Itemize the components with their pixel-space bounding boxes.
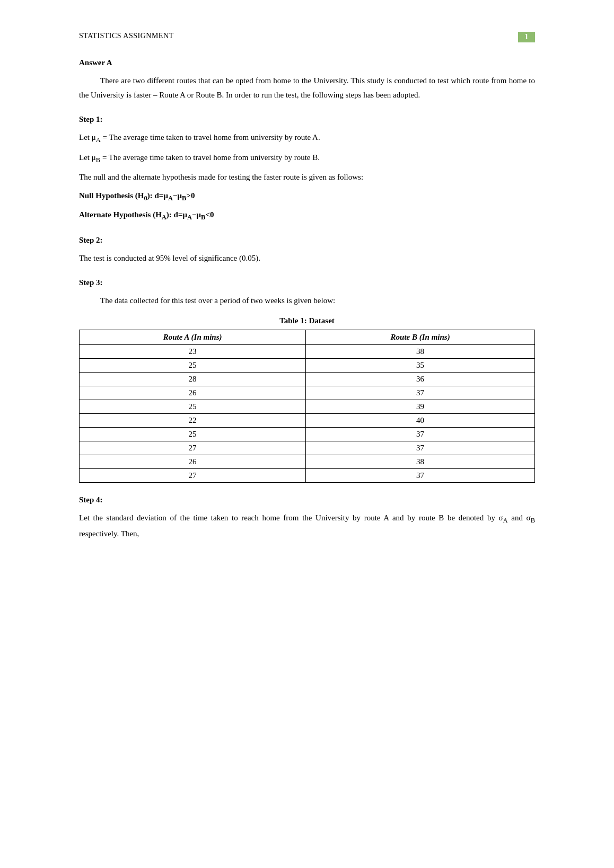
route-a-value: 23: [80, 345, 306, 359]
hypothesis-intro: The null and the alternate hypothesis ma…: [79, 170, 535, 184]
route-b-value: 37: [306, 428, 535, 441]
route-b-value: 37: [306, 441, 535, 455]
route-a-value: 26: [80, 386, 306, 400]
table-row: 2638: [80, 455, 535, 469]
step2-text: The test is conducted at 95% level of si…: [79, 251, 535, 265]
table-row: 2737: [80, 441, 535, 455]
route-b-value: 39: [306, 400, 535, 414]
null-hypothesis-label: Null Hypothesis (H0): d=μA−μB>0: [79, 191, 195, 200]
table-row: 2537: [80, 428, 535, 441]
step1-section: Step 1: Let μA = The average time taken …: [79, 115, 535, 223]
table-row: 2737: [80, 469, 535, 483]
route-a-value: 22: [80, 414, 306, 428]
table-row: 2535: [80, 359, 535, 373]
route-a-value: 25: [80, 400, 306, 414]
route-b-value: 37: [306, 386, 535, 400]
col-b-header: Route B (In mins): [306, 330, 535, 345]
route-a-value: 25: [80, 359, 306, 373]
table-row: 2836: [80, 373, 535, 386]
answer-a-intro: There are two different routes that can …: [79, 74, 535, 102]
document-title: STATISTICS ASSIGNMENT: [79, 32, 174, 40]
step3-intro: The data collected for this test over a …: [79, 294, 535, 308]
ha-subscript: A: [162, 214, 166, 221]
route-a-value: 28: [80, 373, 306, 386]
step2-heading: Step 2:: [79, 236, 535, 245]
alt-hypothesis-label: Alternate Hypothesis (HA): d=μA−μB<0: [79, 210, 214, 219]
step3-section: Step 3: The data collected for this test…: [79, 278, 535, 483]
mu-a-definition: Let μA = The average time taken to trave…: [79, 130, 535, 146]
step1-heading: Step 1:: [79, 115, 535, 124]
step4-heading: Step 4:: [79, 495, 535, 504]
step2-section: Step 2: The test is conducted at 95% lev…: [79, 236, 535, 265]
route-b-value: 36: [306, 373, 535, 386]
table-row: 2637: [80, 386, 535, 400]
step3-heading: Step 3:: [79, 278, 535, 287]
col-a-header: Route A (In mins): [80, 330, 306, 345]
mu-b-subscript: B: [96, 156, 100, 164]
route-b-value: 40: [306, 414, 535, 428]
route-a-value: 27: [80, 469, 306, 483]
route-b-value: 35: [306, 359, 535, 373]
table-header-row: Route A (In mins) Route B (In mins): [80, 330, 535, 345]
mu-a-subscript: A: [96, 136, 101, 144]
step4-text: Let the standard deviation of the time t…: [79, 511, 535, 541]
answer-a-heading: Answer A: [79, 58, 535, 67]
route-b-value: 38: [306, 345, 535, 359]
table-row: 2539: [80, 400, 535, 414]
page-number: 1: [518, 32, 535, 42]
route-b-value: 38: [306, 455, 535, 469]
route-a-value: 26: [80, 455, 306, 469]
alternate-hypothesis: Alternate Hypothesis (HA): d=μA−μB<0: [79, 208, 535, 224]
mu-b-definition: Let μB = The average time taken to trave…: [79, 150, 535, 166]
route-a-value: 25: [80, 428, 306, 441]
null-hypothesis: Null Hypothesis (H0): d=μA−μB>0: [79, 189, 535, 205]
table-row: 2338: [80, 345, 535, 359]
route-a-value: 27: [80, 441, 306, 455]
dataset-table: Route A (In mins) Route B (In mins) 2338…: [79, 330, 535, 483]
route-b-value: 37: [306, 469, 535, 483]
table-body: 2338253528362637253922402537273726382737: [80, 345, 535, 483]
table-row: 2240: [80, 414, 535, 428]
table-title: Table 1: Dataset: [79, 316, 535, 325]
step4-section: Step 4: Let the standard deviation of th…: [79, 495, 535, 541]
answer-a-section: Answer A There are two different routes …: [79, 58, 535, 102]
